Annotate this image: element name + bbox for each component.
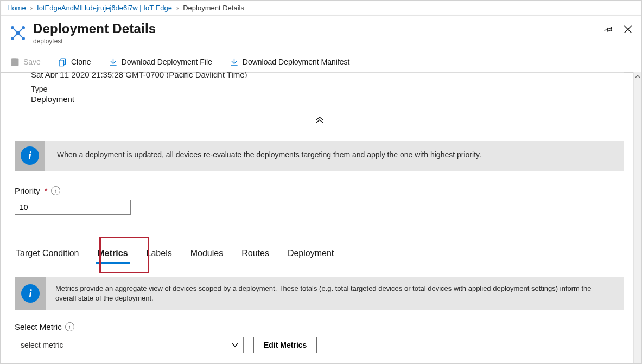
close-button[interactable] <box>622 23 634 35</box>
priority-input[interactable] <box>15 200 131 215</box>
scroll-up-arrow[interactable] <box>634 72 641 81</box>
breadcrumb: Home › IotEdgeAndMlHub-jrujej6de6i7w | I… <box>1 1 641 16</box>
svg-point-3 <box>22 37 25 40</box>
select-metric-dropdown[interactable]: select metric <box>15 337 244 353</box>
svg-line-5 <box>14 29 16 31</box>
clone-button[interactable]: Clone <box>54 55 96 69</box>
pin-button[interactable] <box>602 23 614 35</box>
tab-metrics[interactable]: Metrics <box>97 245 129 261</box>
page-header: Deployment Details deploytest <box>1 16 641 52</box>
created-time-value: Sat Apr 11 2020 21:35:28 GMT-0700 (Pacif… <box>31 72 624 78</box>
breadcrumb-current: Deployment Details <box>183 4 244 12</box>
command-bar: Save Clone Download Deployment File Down… <box>1 52 641 73</box>
priority-label: Priority <box>15 186 40 195</box>
edit-metrics-button[interactable]: Edit Metrics <box>253 337 317 353</box>
svg-rect-15 <box>59 60 64 66</box>
download-deployment-manifest-button[interactable]: Download Deployment Manifest <box>225 55 354 69</box>
select-metric-label: Select Metric <box>15 322 62 331</box>
tab-deployment[interactable]: Deployment <box>287 245 335 261</box>
priority-info-banner: i When a deployment is updated, all devi… <box>15 141 624 171</box>
chevron-down-icon <box>231 341 239 349</box>
tab-labels[interactable]: Labels <box>145 245 173 261</box>
required-marker: * <box>45 186 48 195</box>
priority-info-text: When a deployment is updated, all device… <box>45 141 624 171</box>
collapse-toggle[interactable] <box>310 114 329 125</box>
download-deployment-file-button[interactable]: Download Deployment File <box>104 55 217 69</box>
select-metric-help-icon[interactable]: i <box>65 322 74 331</box>
metrics-info-text: Metrics provide an aggregate view of dev… <box>46 277 624 310</box>
breadcrumb-separator: › <box>176 4 179 12</box>
svg-rect-13 <box>12 62 17 65</box>
breadcrumb-separator: › <box>30 4 33 12</box>
vertical-scrollbar[interactable] <box>633 72 641 363</box>
page-subtitle: deploytest <box>33 37 602 45</box>
tab-target-condition[interactable]: Target Condition <box>15 245 80 261</box>
save-label: Save <box>23 58 41 66</box>
type-value: Deployment <box>31 94 624 104</box>
priority-help-icon[interactable]: i <box>51 186 60 195</box>
deployment-tabs: Target Condition Metrics Labels Modules … <box>15 245 624 261</box>
svg-point-1 <box>22 26 25 29</box>
page-title: Deployment Details <box>33 21 602 36</box>
clone-label: Clone <box>71 58 91 66</box>
svg-point-2 <box>11 37 14 40</box>
type-label: Type <box>31 85 624 93</box>
svg-line-8 <box>20 35 22 37</box>
svg-line-6 <box>20 29 22 31</box>
svg-line-7 <box>14 35 16 37</box>
tab-modules[interactable]: Modules <box>189 245 224 261</box>
info-icon: i <box>15 141 45 171</box>
tab-routes[interactable]: Routes <box>240 245 270 261</box>
svg-point-0 <box>11 26 14 29</box>
download-file-label: Download Deployment File <box>122 58 212 66</box>
info-icon: i <box>15 277 46 310</box>
download-manifest-label: Download Deployment Manifest <box>243 58 350 66</box>
select-metric-value: select metric <box>21 341 63 349</box>
breadcrumb-home[interactable]: Home <box>7 4 26 12</box>
deployment-icon <box>8 23 28 43</box>
svg-rect-12 <box>13 59 16 61</box>
save-button: Save <box>6 55 45 69</box>
breadcrumb-hub[interactable]: IotEdgeAndMlHub-jrujej6de6i7w | IoT Edge <box>37 4 172 12</box>
metrics-info-banner: i Metrics provide an aggregate view of d… <box>15 277 624 310</box>
